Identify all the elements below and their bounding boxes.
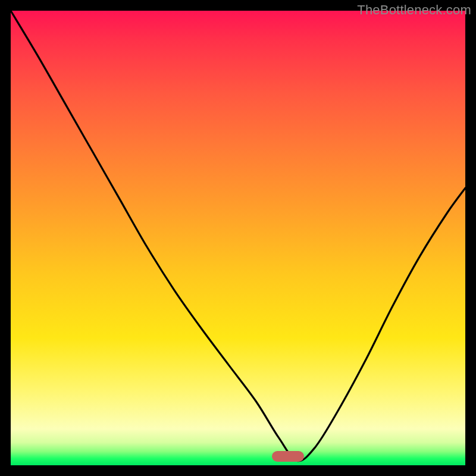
chart-stage: TheBottleneck.com xyxy=(0,0,476,476)
bottleneck-curve xyxy=(11,11,465,465)
watermark-text: TheBottleneck.com xyxy=(357,2,471,18)
optimal-marker xyxy=(272,451,304,462)
plot-area xyxy=(11,11,465,465)
